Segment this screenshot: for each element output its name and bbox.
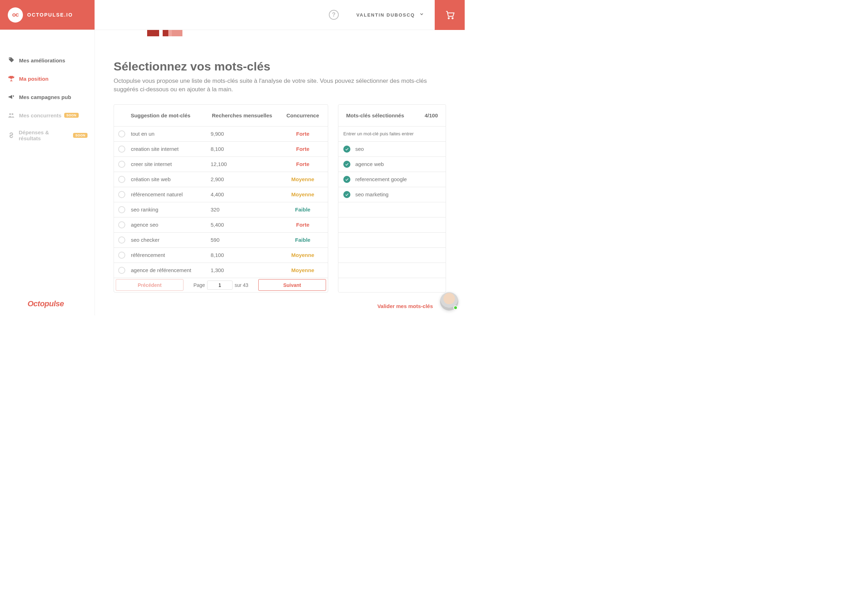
keyword-text: tout en un: [131, 131, 155, 137]
prev-button[interactable]: Précédent: [116, 279, 183, 291]
sidebar-item-label: Dépenses & résultats: [19, 129, 70, 141]
empty-row: [338, 263, 446, 278]
table-footer: Précédent Page sur 43 Suivant: [114, 278, 328, 292]
competition-value: Forte: [277, 131, 329, 137]
select-radio[interactable]: [118, 161, 125, 168]
table-row: seo checker590Faible: [114, 232, 328, 248]
page-title: Sélectionnez vos mots-clés: [114, 60, 465, 73]
searches-value: 4,400: [207, 191, 277, 197]
searches-value: 9,900: [207, 131, 277, 137]
sidebar-item-1[interactable]: Ma position: [0, 69, 94, 88]
keyword-text: agence seo: [131, 222, 158, 228]
searches-value: 8,100: [207, 146, 277, 152]
soon-badge: SOON: [64, 113, 79, 118]
check-icon: [343, 176, 350, 183]
keyword-text: référencement: [131, 252, 165, 258]
searches-value: 2,900: [207, 176, 277, 182]
table-row: création site web2,900Moyenne: [114, 172, 328, 187]
selected-row[interactable]: seo: [338, 142, 446, 157]
selected-row[interactable]: seo marketing: [338, 187, 446, 202]
check-icon: [343, 146, 350, 153]
selected-keyword: agence web: [355, 161, 384, 167]
sidebar-item-4[interactable]: Dépenses & résultatsSOON: [0, 124, 94, 146]
logo-text: OCTOPULSE.IO: [27, 12, 73, 18]
table-header: Suggestion de mot-clés Recherches mensue…: [114, 104, 328, 127]
competition-value: Moyenne: [277, 176, 329, 182]
competition-value: Moyenne: [277, 252, 329, 258]
selected-row[interactable]: referencement google: [338, 172, 446, 187]
select-radio[interactable]: [118, 252, 125, 259]
select-radio[interactable]: [118, 146, 125, 153]
cart-icon: [445, 10, 455, 19]
validate-button[interactable]: Valider mes mots-clés: [377, 303, 433, 309]
keyword-text: agence de référencement: [131, 267, 191, 273]
cart-button[interactable]: [435, 0, 465, 30]
competition-value: Moyenne: [277, 267, 329, 273]
svg-point-3: [12, 113, 13, 115]
selected-keyword: seo marketing: [355, 191, 388, 197]
check-icon: [343, 191, 350, 198]
keyword-input[interactable]: [343, 131, 441, 137]
competition-value: Forte: [277, 146, 329, 152]
sidebar-item-2[interactable]: Mes campagnes pub: [0, 88, 94, 106]
selected-input-row: [338, 127, 446, 142]
people-icon: [7, 111, 16, 119]
keyword-text: référencement naturel: [131, 191, 183, 197]
empty-row: [338, 248, 446, 263]
keyword-text: seo ranking: [131, 206, 158, 213]
svg-point-2: [9, 113, 11, 115]
status-online-icon: [453, 306, 458, 310]
svg-point-1: [452, 18, 453, 19]
searches-value: 1,300: [207, 267, 277, 273]
select-radio[interactable]: [118, 237, 125, 244]
keyword-text: création site web: [131, 176, 171, 182]
header-right: ? VALENTIN DUBOSCQ: [94, 0, 465, 29]
svg-point-0: [448, 18, 449, 19]
money-icon: [7, 131, 15, 140]
select-radio[interactable]: [118, 267, 125, 274]
selected-row[interactable]: agence web: [338, 157, 446, 172]
sidebar: Mes améliorationsMa positionMes campagne…: [0, 30, 94, 315]
next-button[interactable]: Suivant: [258, 279, 326, 291]
select-radio[interactable]: [118, 191, 125, 198]
megaphone-icon: [7, 93, 16, 101]
selected-keyword: seo: [355, 146, 364, 152]
page-input[interactable]: [207, 281, 233, 290]
chart-strip: [147, 30, 465, 36]
keyword-text: creation site internet: [131, 146, 179, 152]
empty-row: [338, 218, 446, 232]
header: oc OCTOPULSE.IO ? VALENTIN DUBOSCQ: [0, 0, 465, 30]
brand-footer: Octopulse: [28, 299, 64, 308]
user-menu[interactable]: VALENTIN DUBOSCQ: [356, 12, 415, 18]
select-radio[interactable]: [118, 130, 125, 137]
selected-panel: Mots-clés sélectionnés 4/100 seoagence w…: [338, 104, 446, 293]
sidebar-item-0[interactable]: Mes améliorations: [0, 51, 94, 69]
table-row: agence seo5,400Forte: [114, 218, 328, 232]
suggestions-table: Suggestion de mot-clés Recherches mensue…: [114, 104, 328, 293]
chevron-down-icon[interactable]: [419, 12, 424, 18]
searches-value: 5,400: [207, 222, 277, 228]
soon-badge: SOON: [73, 133, 87, 138]
sidebar-item-label: Mes améliorations: [19, 57, 65, 63]
logo-badge: oc: [8, 7, 23, 22]
table-row: agence de référencement1,300Moyenne: [114, 263, 328, 278]
col-searches: Recherches mensuelles: [207, 112, 277, 118]
selected-header: Mots-clés sélectionnés 4/100: [338, 104, 446, 127]
check-icon: [343, 161, 350, 168]
table-row: creation site internet8,100Forte: [114, 142, 328, 157]
sidebar-item-label: Mes concurrents: [19, 112, 61, 118]
page-label: Page: [193, 282, 205, 288]
competition-value: Moyenne: [277, 191, 329, 197]
help-icon[interactable]: ?: [329, 10, 339, 20]
col-competition: Concurrence: [277, 112, 329, 118]
table-row: seo ranking320Faible: [114, 202, 328, 218]
pager: Page sur 43: [186, 281, 256, 290]
sidebar-item-label: Ma position: [19, 76, 48, 82]
sidebar-item-label: Mes campagnes pub: [19, 94, 71, 100]
competition-value: Forte: [277, 161, 329, 167]
sidebar-item-3[interactable]: Mes concurrentsSOON: [0, 106, 94, 124]
select-radio[interactable]: [118, 221, 125, 228]
table-row: tout en un9,900Forte: [114, 127, 328, 142]
select-radio[interactable]: [118, 206, 125, 213]
select-radio[interactable]: [118, 176, 125, 183]
